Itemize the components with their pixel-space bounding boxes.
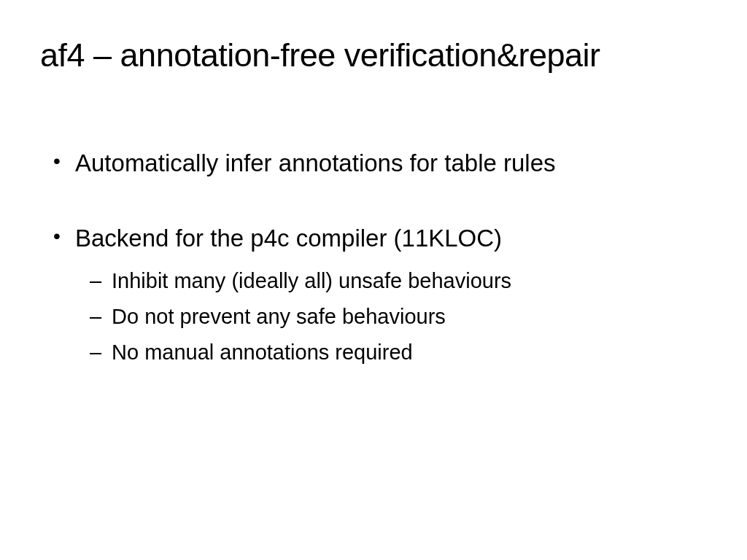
bullet-list: Automatically infer annotations for tabl… [40,147,707,369]
list-item: Automatically infer annotations for tabl… [75,147,707,180]
slide-title: af4 – annotation-free verification&repai… [40,36,707,74]
sub-bullet-list: Inhibit many (ideally all) unsafe behavi… [75,265,707,369]
sub-list-item: Do not prevent any safe behaviours [112,300,707,333]
sub-list-item: No manual annotations required [112,336,707,369]
sub-bullet-text: No manual annotations required [112,341,413,364]
sub-list-item: Inhibit many (ideally all) unsafe behavi… [112,265,707,298]
sub-bullet-text: Do not prevent any safe behaviours [112,305,446,328]
bullet-text: Backend for the p4c compiler (11KLOC) [75,225,502,252]
sub-bullet-text: Inhibit many (ideally all) unsafe behavi… [112,269,511,292]
bullet-text: Automatically infer annotations for tabl… [75,149,556,176]
list-item: Backend for the p4c compiler (11KLOC) In… [75,222,707,369]
